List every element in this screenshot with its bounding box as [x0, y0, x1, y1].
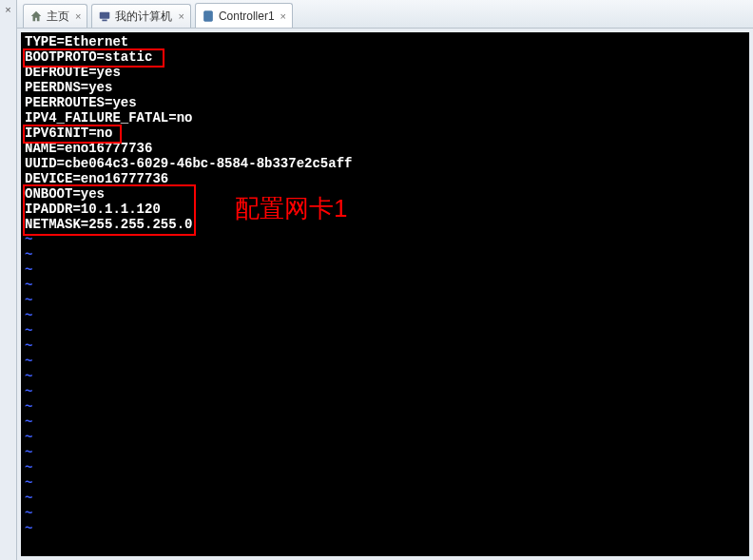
panel-gutter: × [0, 0, 17, 560]
tab-my-computer[interactable]: 我的计算机 × [91, 4, 190, 28]
tab-label: Controller1 [219, 10, 275, 23]
annotation-label: 配置网卡1 [235, 192, 347, 225]
computer-icon [98, 10, 111, 23]
panel-close-button[interactable]: × [0, 4, 16, 15]
tab-close-icon[interactable]: × [178, 10, 183, 22]
tab-label: 我的计算机 [115, 9, 172, 25]
tab-home[interactable]: 主页 × [23, 4, 87, 28]
content-area: TYPE=Ethernet BOOTPROTO=static DEFROUTE=… [17, 29, 753, 560]
tab-close-icon[interactable]: × [280, 10, 286, 22]
home-icon [29, 10, 43, 23]
tab-strip: 主页 × 我的计算机 × Controller1 × [17, 0, 753, 29]
terminal-text: TYPE=Ethernet BOOTPROTO=static DEFROUTE=… [25, 34, 352, 536]
svg-rect-0 [100, 12, 110, 19]
document-icon [202, 10, 215, 23]
tab-controller1[interactable]: Controller1 × [195, 3, 293, 28]
app-window: × 主页 × 我的计算机 × Controller1 × TYPE=Et [0, 0, 753, 560]
svg-rect-1 [103, 20, 107, 22]
terminal[interactable]: TYPE=Ethernet BOOTPROTO=static DEFROUTE=… [21, 32, 749, 556]
tab-close-icon[interactable]: × [75, 10, 81, 22]
tab-label: 主页 [47, 9, 69, 25]
